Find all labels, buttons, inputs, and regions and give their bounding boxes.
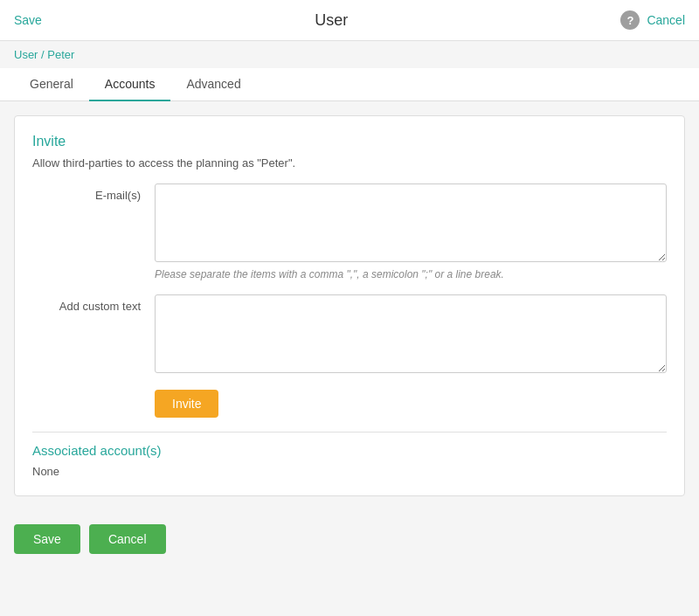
- tabs-bar: General Accounts Advanced: [0, 68, 699, 101]
- section-divider: [32, 432, 667, 433]
- custom-text-label: Add custom text: [32, 294, 155, 313]
- invite-button[interactable]: Invite: [155, 390, 218, 418]
- top-bar-right: ? Cancel: [620, 10, 685, 30]
- invite-description: Allow third-parties to access the planni…: [32, 156, 667, 170]
- tab-general[interactable]: General: [14, 68, 89, 101]
- custom-text-row: Add custom text: [32, 294, 667, 376]
- bottom-cancel-button[interactable]: Cancel: [89, 524, 166, 554]
- invite-button-container: Invite: [155, 390, 667, 418]
- email-row: E-mail(s) Please separate the items with…: [32, 183, 667, 280]
- bottom-bar: Save Cancel: [0, 510, 699, 568]
- invite-button-row: Invite: [32, 390, 667, 418]
- invite-label-spacer: [32, 390, 155, 395]
- custom-text-field-container: [155, 294, 667, 376]
- accounts-card: Invite Allow third-parties to access the…: [14, 115, 685, 496]
- invite-section-title: Invite: [32, 134, 667, 149]
- main-content: Invite Allow third-parties to access the…: [0, 101, 699, 510]
- bottom-save-button[interactable]: Save: [14, 524, 80, 554]
- top-save-button[interactable]: Save: [14, 13, 42, 27]
- help-icon[interactable]: ?: [620, 10, 640, 30]
- tab-advanced[interactable]: Advanced: [170, 68, 256, 101]
- email-textarea[interactable]: [155, 183, 667, 262]
- top-cancel-button[interactable]: Cancel: [647, 13, 685, 27]
- email-label: E-mail(s): [32, 183, 155, 202]
- custom-text-textarea[interactable]: [155, 294, 667, 373]
- associated-accounts-none: None: [32, 465, 667, 478]
- email-field-container: Please separate the items with a comma "…: [155, 183, 667, 280]
- top-bar: Save User ? Cancel: [0, 0, 699, 41]
- associated-accounts-title: Associated account(s): [32, 443, 667, 458]
- page-title: User: [315, 11, 348, 30]
- breadcrumb: User / Peter: [0, 41, 699, 68]
- tab-accounts[interactable]: Accounts: [89, 68, 171, 101]
- email-hint: Please separate the items with a comma "…: [155, 268, 667, 280]
